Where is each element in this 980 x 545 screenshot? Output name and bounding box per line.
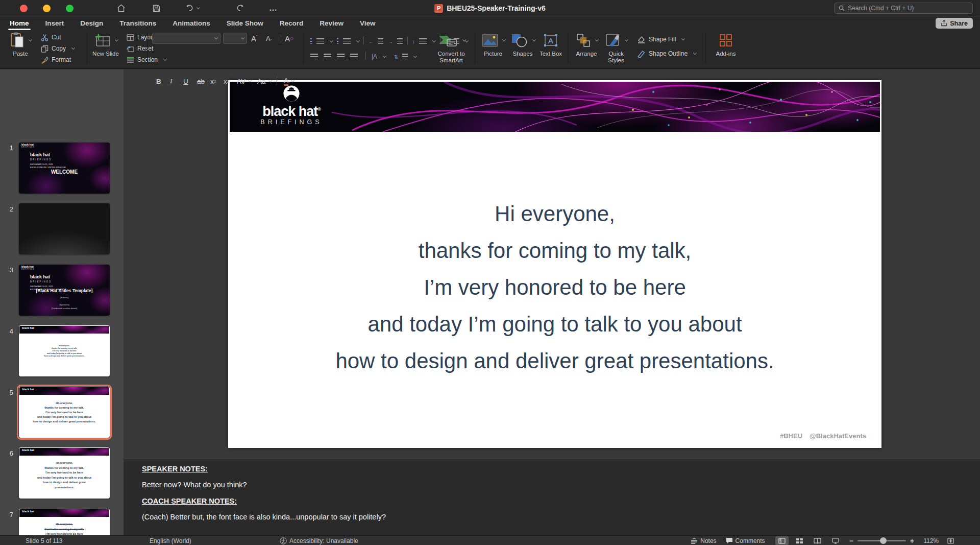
shapes-chevron-icon[interactable] bbox=[532, 38, 535, 41]
strikethrough-button[interactable]: ab bbox=[197, 76, 205, 86]
outdent-icon: ← bbox=[369, 39, 374, 44]
reading-view-button[interactable] bbox=[811, 536, 824, 545]
reset-button[interactable]: Reset bbox=[127, 43, 153, 54]
decrease-indent-button[interactable]: ← bbox=[369, 36, 383, 46]
slide-sorter-view-button[interactable] bbox=[793, 536, 806, 545]
align-right-icon[interactable] bbox=[337, 54, 345, 60]
tab-record[interactable]: Record bbox=[279, 18, 304, 29]
tab-design[interactable]: Design bbox=[80, 18, 104, 29]
picture-button[interactable]: Picture bbox=[480, 31, 506, 57]
numbering-button[interactable] bbox=[337, 36, 359, 46]
zoom-slider-knob[interactable] bbox=[880, 537, 887, 544]
fit-slide-to-window-button[interactable] bbox=[944, 536, 957, 545]
shape-outline-button[interactable]: Shape Outline bbox=[637, 49, 696, 59]
picture-chevron-icon[interactable] bbox=[502, 38, 505, 41]
slide-body-text[interactable]: Hi everyone, thanks for coming to my tal… bbox=[228, 196, 881, 380]
character-spacing-button[interactable]: AV bbox=[237, 76, 251, 86]
comments-icon bbox=[726, 537, 733, 544]
smartart-chevron-icon[interactable] bbox=[462, 38, 465, 41]
current-slide[interactable]: black hat® BRIEFINGS Hi everyone, thanks… bbox=[228, 80, 881, 448]
speaker-notes-pane[interactable]: SPEAKER NOTES: Better now? What do you t… bbox=[124, 459, 980, 535]
arrange-button[interactable]: Arrange bbox=[573, 31, 600, 57]
superscript-button[interactable]: x2 bbox=[210, 76, 216, 86]
clear-formatting-button[interactable]: A◇ bbox=[285, 33, 293, 43]
cut-button[interactable]: Cut bbox=[41, 32, 61, 42]
italic-button[interactable]: I bbox=[170, 76, 173, 86]
shape-outline-chevron-icon[interactable] bbox=[693, 51, 697, 55]
subscript-button[interactable]: x2 bbox=[224, 76, 229, 86]
bold-button[interactable]: B bbox=[156, 76, 161, 86]
slide-thumbnail-5-selected[interactable]: black hat Hi everyone, thanks for coming… bbox=[19, 387, 110, 438]
slide-thumbnail-4[interactable]: black hat Hi everyone, thanks for coming… bbox=[19, 325, 110, 376]
underline-button[interactable]: U bbox=[183, 76, 188, 86]
bullets-chevron-icon[interactable] bbox=[330, 39, 333, 42]
section-dropdown-chevron-icon[interactable] bbox=[163, 57, 167, 61]
indent-icon: → bbox=[388, 39, 393, 44]
bullets-button[interactable] bbox=[310, 36, 332, 46]
slide-thumbnail-2[interactable] bbox=[19, 203, 110, 254]
slide-thumbnail-7[interactable]: black hat Hi everyone, thanks for coming… bbox=[19, 509, 110, 535]
zoom-percentage[interactable]: 112% bbox=[920, 537, 939, 544]
slide-thumbnail-1[interactable]: black hatBRIEFINGS black hatBRIEFINGS DE… bbox=[19, 143, 110, 194]
change-case-button[interactable]: Aa bbox=[257, 76, 271, 86]
paste-dropdown-chevron-icon[interactable] bbox=[28, 38, 32, 41]
text-direction-button[interactable]: |A bbox=[372, 52, 385, 62]
copy-button[interactable]: Copy bbox=[41, 43, 74, 54]
notes-toggle-button[interactable]: Notes bbox=[691, 537, 716, 544]
accessibility-status[interactable]: Accessibility: Unavailable bbox=[280, 536, 358, 545]
normal-view-button[interactable] bbox=[775, 536, 789, 545]
thumb-banner: black hat bbox=[19, 326, 109, 334]
arrange-chevron-icon[interactable] bbox=[595, 38, 598, 41]
slide-thumbnail-3[interactable]: black hatBRIEFINGS black hatBRIEFINGS DE… bbox=[19, 265, 110, 316]
add-ins-button[interactable]: Add-ins bbox=[713, 31, 739, 57]
reset-icon bbox=[127, 45, 134, 52]
tab-animations[interactable]: Animations bbox=[172, 18, 211, 29]
picture-icon bbox=[482, 34, 498, 47]
quick-styles-chevron-icon[interactable] bbox=[624, 38, 628, 41]
zoom-out-button[interactable]: − bbox=[849, 538, 853, 543]
share-button[interactable]: Share bbox=[936, 18, 973, 29]
new-slide-button[interactable]: New Slide bbox=[92, 31, 119, 57]
align-text-vertical-button[interactable]: ⇅ bbox=[394, 52, 416, 62]
justify-icon[interactable] bbox=[350, 54, 358, 60]
tab-slide-show[interactable]: Slide Show bbox=[226, 18, 264, 29]
language-indicator[interactable]: English (World) bbox=[150, 536, 191, 545]
zoom-in-button[interactable]: + bbox=[910, 538, 914, 543]
shape-fill-chevron-icon[interactable] bbox=[681, 37, 685, 40]
decrease-font-size-button[interactable]: Aˇ bbox=[266, 33, 272, 43]
tab-transitions[interactable]: Transitions bbox=[119, 18, 157, 29]
quick-styles-button[interactable]: Quick Styles bbox=[603, 31, 629, 63]
shapes-icon bbox=[511, 33, 528, 48]
status-bar: Slide 5 of 113 English (World) Accessibi… bbox=[0, 535, 980, 545]
shape-fill-button[interactable]: Shape Fill bbox=[637, 34, 684, 44]
numbering-chevron-icon[interactable] bbox=[356, 39, 360, 42]
font-name-select[interactable] bbox=[152, 33, 220, 44]
tab-review[interactable]: Review bbox=[319, 18, 344, 29]
thumb-title: WELCOME bbox=[19, 169, 110, 175]
zoom-slider[interactable] bbox=[857, 540, 906, 541]
thumb-number: 1 bbox=[4, 144, 13, 152]
align-center-icon[interactable] bbox=[324, 54, 331, 60]
format-painter-button[interactable]: Format bbox=[41, 55, 71, 65]
comments-toggle-button[interactable]: Comments bbox=[726, 537, 765, 544]
align-left-icon[interactable] bbox=[310, 54, 318, 60]
tab-home[interactable]: Home bbox=[9, 18, 30, 29]
section-button[interactable]: Section bbox=[127, 55, 166, 65]
increase-indent-button[interactable]: → bbox=[388, 36, 403, 46]
shapes-button[interactable]: Shapes bbox=[509, 31, 536, 57]
slideshow-view-button[interactable] bbox=[829, 536, 842, 545]
search-input[interactable]: Search (Cmd + Ctrl + U) bbox=[834, 3, 973, 14]
new-slide-dropdown-chevron-icon[interactable] bbox=[114, 38, 118, 41]
slide-thumbnail-6[interactable]: black hat Hi everyone, thanks for coming… bbox=[19, 447, 110, 499]
text-box-button[interactable]: A Text Box bbox=[539, 31, 562, 57]
slide-counter[interactable]: Slide 5 of 113 bbox=[26, 536, 63, 545]
font-size-select[interactable] bbox=[223, 33, 247, 44]
increase-font-size-button[interactable]: Aˆ bbox=[251, 33, 258, 43]
font-color-button[interactable]: A bbox=[284, 76, 293, 86]
hashtag: #BHEU bbox=[780, 432, 802, 440]
convert-to-smartart-button[interactable]: Convert to SmartArt bbox=[431, 31, 471, 63]
tab-insert[interactable]: Insert bbox=[45, 18, 65, 29]
tab-view[interactable]: View bbox=[359, 18, 376, 29]
copy-dropdown-chevron-icon[interactable] bbox=[71, 46, 75, 50]
paste-button[interactable]: Paste bbox=[6, 31, 35, 57]
